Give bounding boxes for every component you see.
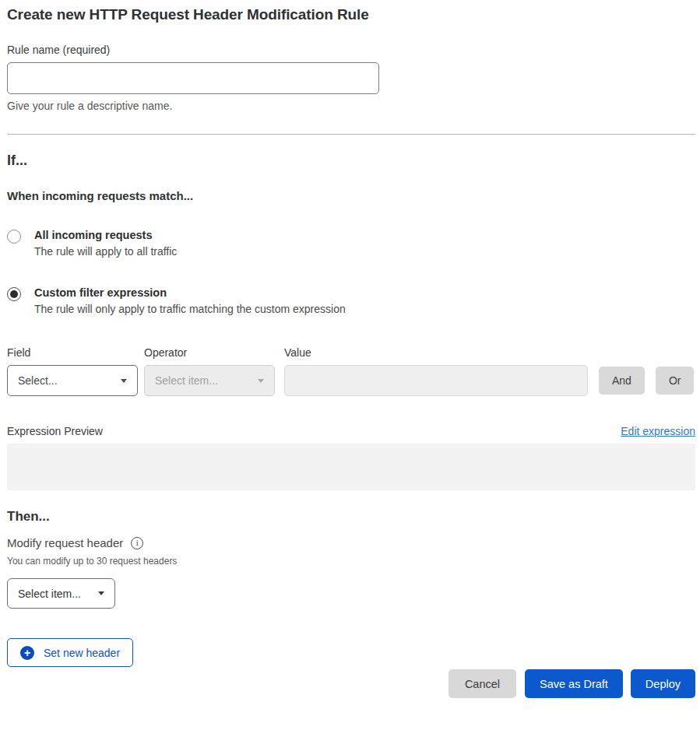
chevron-down-icon xyxy=(121,379,127,383)
field-select-value: Select... xyxy=(18,374,58,387)
section-divider xyxy=(7,134,695,135)
save-as-draft-button[interactable]: Save as Draft xyxy=(525,669,623,698)
and-button[interactable]: And xyxy=(599,367,645,395)
if-heading: If... xyxy=(7,153,695,169)
deploy-button[interactable]: Deploy xyxy=(631,669,695,698)
expression-preview-box xyxy=(7,444,695,490)
modify-header-label: Modify request header xyxy=(7,536,123,549)
operator-select-value: Select item... xyxy=(155,374,218,387)
radio-label: All incoming requests xyxy=(34,229,177,241)
expression-builder-row: Field Select... Operator Select item... … xyxy=(7,346,695,396)
create-rule-form: Create new HTTP Request Header Modificat… xyxy=(0,0,700,698)
edit-expression-link[interactable]: Edit expression xyxy=(621,425,695,437)
value-label: Value xyxy=(284,346,588,359)
radio-label: Custom filter expression xyxy=(34,286,346,299)
rule-name-input[interactable] xyxy=(7,62,379,94)
radio-description: The rule will apply to all traffic xyxy=(34,245,177,258)
operator-label: Operator xyxy=(144,346,275,359)
field-select[interactable]: Select... xyxy=(7,365,138,396)
header-action-select-value: Select item... xyxy=(18,588,81,600)
set-new-header-button[interactable]: + Set new header xyxy=(7,638,133,667)
modify-header-help-text: You can modify up to 30 request headers xyxy=(7,556,695,567)
match-subheading: When incoming requests match... xyxy=(7,189,695,202)
rule-name-label: Rule name (required) xyxy=(7,44,695,56)
field-label: Field xyxy=(7,346,138,359)
radio-option-all-incoming[interactable]: All incoming requests The rule will appl… xyxy=(7,229,695,258)
modify-header-row: Modify request header i xyxy=(7,536,695,549)
radio-button-icon[interactable] xyxy=(7,230,21,244)
chevron-down-icon xyxy=(258,379,264,383)
then-heading: Then... xyxy=(7,509,695,525)
expression-preview-header: Expression Preview Edit expression xyxy=(7,425,695,437)
plus-circle-icon: + xyxy=(20,646,34,660)
or-button[interactable]: Or xyxy=(656,367,695,395)
info-icon[interactable]: i xyxy=(131,537,143,549)
page-title: Create new HTTP Request Header Modificat… xyxy=(7,6,695,23)
footer-actions: Cancel Save as Draft Deploy xyxy=(7,669,695,698)
radio-description: The rule will only apply to traffic matc… xyxy=(34,303,346,315)
radio-button-icon[interactable] xyxy=(7,287,21,301)
expression-preview-label: Expression Preview xyxy=(7,425,103,437)
set-new-header-label: Set new header xyxy=(44,647,120,659)
cancel-button[interactable]: Cancel xyxy=(448,669,516,698)
operator-select[interactable]: Select item... xyxy=(144,365,275,396)
value-input[interactable] xyxy=(284,365,588,396)
header-action-select[interactable]: Select item... xyxy=(7,578,115,609)
chevron-down-icon xyxy=(98,591,104,595)
rule-name-help-text: Give your rule a descriptive name. xyxy=(7,100,695,112)
radio-option-custom-filter[interactable]: Custom filter expression The rule will o… xyxy=(7,286,695,315)
